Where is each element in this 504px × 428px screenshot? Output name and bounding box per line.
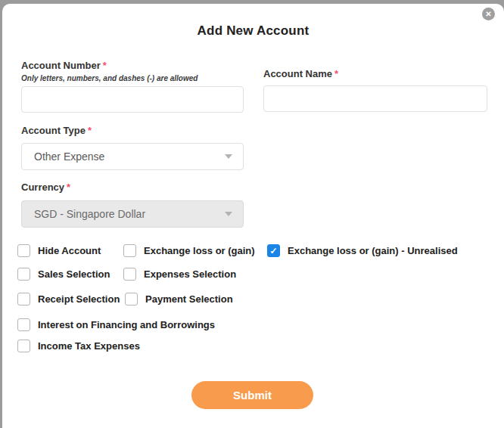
- account-type-label: Account Type*: [21, 125, 92, 136]
- account-number-helper-text: Only letters, numbers, and dashes (-) ar…: [21, 74, 198, 82]
- checkmark-icon: ✓: [269, 247, 277, 256]
- account-name-input[interactable]: [263, 85, 487, 112]
- currency-select: SGD - Singapore Dollar: [21, 200, 244, 228]
- checkbox-box: ✓: [123, 244, 136, 257]
- checkbox-box: ✓: [17, 293, 30, 305]
- checkbox-exchange-loss[interactable]: ✓ Exchange loss or (gain): [123, 244, 255, 257]
- checkbox-box: ✓: [267, 244, 280, 257]
- required-asterisk: *: [67, 181, 70, 193]
- currency-selected-value: SGD - Singapore Dollar: [34, 208, 225, 220]
- checkbox-payment-selection[interactable]: ✓ Payment Selection: [125, 293, 233, 305]
- page-title: Add New Account: [2, 23, 504, 39]
- checkbox-sales-selection[interactable]: ✓ Sales Selection: [17, 268, 110, 281]
- checkbox-receipt-selection[interactable]: ✓ Receipt Selection: [17, 293, 120, 305]
- close-icon: ✕: [485, 11, 491, 18]
- account-number-label: Account Number*: [21, 60, 107, 71]
- checkbox-income-tax-expenses[interactable]: ✓ Income Tax Expenses: [17, 340, 140, 352]
- checkbox-box: ✓: [125, 293, 138, 305]
- chevron-down-icon: [225, 154, 232, 159]
- account-number-input[interactable]: [21, 86, 244, 113]
- checkbox-interest-on-financing[interactable]: ✓ Interest on Financing and Borrowings: [17, 318, 215, 331]
- checkbox-box: ✓: [17, 340, 30, 352]
- checkbox-hide-account[interactable]: ✓ Hide Account: [17, 244, 101, 257]
- checkbox-exchange-loss-unrealised[interactable]: ✓ Exchange loss or (gain) - Unrealised: [267, 244, 458, 257]
- currency-label: Currency*: [21, 181, 70, 193]
- account-type-selected-value: Other Expense: [34, 150, 225, 163]
- submit-button[interactable]: Submit: [191, 381, 313, 409]
- account-type-select[interactable]: Other Expense: [21, 143, 244, 170]
- checkbox-box: ✓: [17, 268, 30, 281]
- checkbox-box: ✓: [17, 318, 30, 331]
- checkbox-box: ✓: [123, 268, 136, 281]
- required-asterisk: *: [334, 68, 338, 79]
- chevron-down-icon: [225, 212, 232, 216]
- add-account-modal: Add New Account ✕ Account Number* Only l…: [2, 4, 504, 428]
- account-name-label: Account Name*: [263, 68, 338, 79]
- close-button[interactable]: ✕: [482, 8, 495, 20]
- checkbox-expenses-selection[interactable]: ✓ Expenses Selection: [123, 268, 236, 281]
- checkbox-box: ✓: [17, 244, 30, 257]
- required-asterisk: *: [103, 60, 107, 71]
- required-asterisk: *: [88, 125, 92, 136]
